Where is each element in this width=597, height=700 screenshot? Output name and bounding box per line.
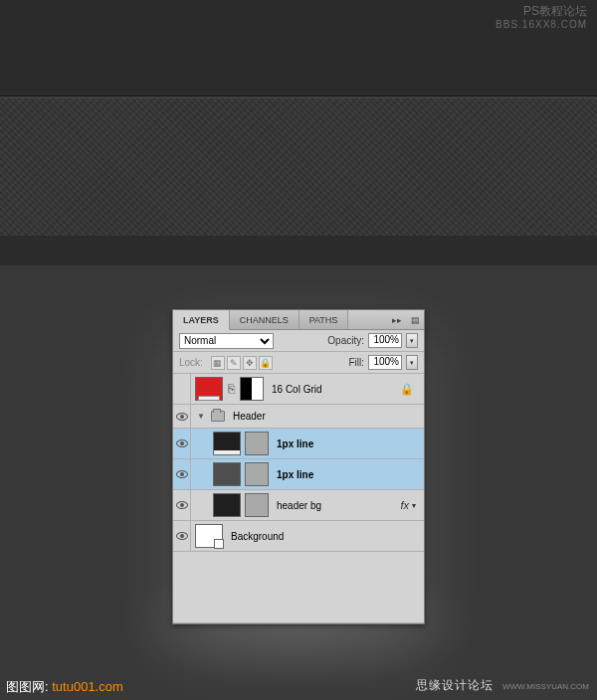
- lock-indicator-icon: 🔒: [400, 383, 414, 396]
- layer-name: 1px line: [277, 469, 313, 480]
- layer-thumb-icon: [195, 524, 223, 548]
- watermark-tr-line2: BBS.16XX8.COM: [496, 18, 587, 32]
- watermark-bl-url: tutu001.com: [52, 679, 123, 694]
- layer-row-grid[interactable]: ⎘ 16 Col Grid 🔒: [173, 374, 424, 405]
- disclosure-triangle-icon[interactable]: ▼: [195, 412, 207, 421]
- lock-row: Lock: ▦ ✎ ✥ 🔒 Fill: 100%: [173, 352, 424, 374]
- layers-list: ⎘ 16 Col Grid 🔒 ▼ Header 1px line: [173, 374, 424, 623]
- watermark-bottom-left: 图图网: tutu001.com: [6, 678, 123, 696]
- page-noise-band: [0, 97, 597, 236]
- eye-icon: [176, 439, 188, 447]
- eye-icon: [176, 532, 188, 540]
- fill-slider-icon[interactable]: [406, 355, 418, 370]
- vector-mask-icon: [245, 432, 269, 455]
- lock-pixels-icon[interactable]: ✎: [227, 356, 241, 370]
- watermark-top-right: PS教程论坛 BBS.16XX8.COM: [496, 4, 587, 32]
- visibility-toggle[interactable]: [173, 405, 191, 428]
- visibility-toggle[interactable]: [173, 521, 191, 551]
- eye-icon: [176, 413, 188, 421]
- lock-transparency-icon[interactable]: ▦: [211, 356, 225, 370]
- layer-name: Background: [231, 531, 284, 542]
- layer-thumb-icon: [213, 493, 241, 517]
- panel-menu-icon[interactable]: ▤: [406, 310, 424, 329]
- eye-icon: [176, 501, 188, 509]
- layer-row-header-group[interactable]: ▼ Header: [173, 405, 424, 429]
- lock-label: Lock:: [179, 357, 203, 368]
- layer-thumb-icon: [213, 432, 241, 455]
- layer-mask-icon: [240, 377, 264, 401]
- lock-position-icon[interactable]: ✥: [243, 356, 257, 370]
- layers-empty-space: [173, 552, 424, 623]
- layer-thumb-icon: [213, 462, 241, 486]
- tab-channels[interactable]: CHANNELS: [230, 310, 299, 329]
- layer-effects-icon[interactable]: fx▾: [400, 499, 416, 511]
- visibility-toggle[interactable]: [173, 490, 191, 520]
- tab-layers[interactable]: LAYERS: [173, 310, 230, 330]
- layer-row-background[interactable]: Background: [173, 521, 424, 552]
- opacity-slider-icon[interactable]: [406, 333, 418, 348]
- collapse-icon[interactable]: ▸▸: [388, 310, 406, 329]
- page-mid-band: [0, 236, 597, 265]
- layer-name: Header: [233, 411, 266, 422]
- vector-mask-icon: [245, 462, 269, 486]
- visibility-toggle[interactable]: [173, 374, 191, 404]
- blend-mode-select[interactable]: Normal: [179, 333, 274, 349]
- panel-tabs: LAYERS CHANNELS PATHS ▸▸ ▤: [173, 310, 424, 330]
- watermark-br-cn: 思缘设计论坛: [416, 678, 494, 692]
- layer-row-header-bg[interactable]: header bg fx▾: [173, 490, 424, 521]
- visibility-toggle[interactable]: [173, 459, 191, 489]
- chevron-down-icon: ▾: [412, 501, 416, 510]
- lock-all-icon[interactable]: 🔒: [259, 356, 273, 370]
- layer-name: header bg: [277, 500, 321, 511]
- eye-icon: [176, 470, 188, 478]
- vector-mask-icon: [245, 493, 269, 517]
- tab-paths[interactable]: PATHS: [299, 310, 349, 329]
- layer-row-1px-line-1[interactable]: 1px line: [173, 429, 424, 459]
- watermark-bottom-right: 思缘设计论坛 WWW.MISSYUAN.COM: [416, 677, 589, 694]
- fill-label: Fill:: [348, 357, 364, 368]
- watermark-br-url: WWW.MISSYUAN.COM: [502, 682, 589, 691]
- opacity-label: Opacity:: [327, 335, 364, 346]
- link-icon: ⎘: [227, 382, 236, 396]
- folder-icon: [211, 411, 225, 422]
- layer-row-1px-line-2[interactable]: 1px line: [173, 459, 424, 490]
- lock-icons-group: ▦ ✎ ✥ 🔒: [211, 356, 273, 370]
- watermark-bl-brand: 图图网:: [6, 679, 49, 694]
- visibility-toggle[interactable]: [173, 429, 191, 458]
- blendmode-row: Normal Opacity: 100%: [173, 330, 424, 352]
- fill-input[interactable]: 100%: [368, 355, 402, 370]
- opacity-input[interactable]: 100%: [368, 333, 402, 348]
- layer-name: 16 Col Grid: [272, 384, 322, 395]
- layer-name: 1px line: [277, 438, 313, 449]
- layer-thumb-icon: [195, 377, 223, 401]
- watermark-tr-line1: PS教程论坛: [496, 4, 587, 18]
- layers-panel: LAYERS CHANNELS PATHS ▸▸ ▤ Normal Opacit…: [172, 309, 425, 624]
